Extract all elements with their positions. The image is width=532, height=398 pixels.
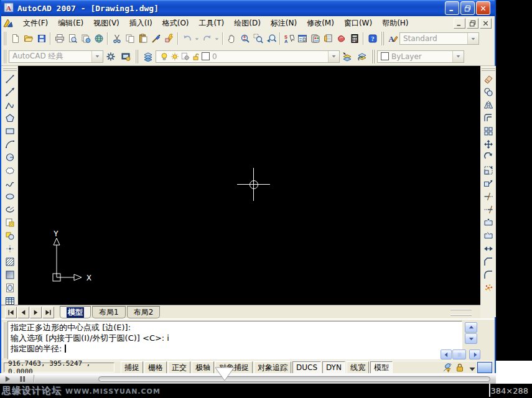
command-line-text[interactable]: 指定正多边形的中心点或 [边(E)]:输入选项 [内接于圆(I)/外切于圆(C)… bbox=[7, 321, 462, 359]
rectangle-button[interactable] bbox=[3, 124, 16, 137]
autocad-logo-icon[interactable] bbox=[3, 18, 14, 28]
make-block-button[interactable] bbox=[3, 229, 16, 242]
clean-screen-button[interactable] bbox=[477, 362, 492, 373]
hatch-button[interactable] bbox=[3, 255, 16, 268]
minimize-button[interactable] bbox=[445, 1, 459, 15]
layer-manager-button[interactable] bbox=[141, 50, 156, 63]
quickcalc-button[interactable] bbox=[348, 32, 361, 45]
revcloud-button[interactable] bbox=[3, 164, 16, 177]
menu-item-4[interactable]: 格式(O) bbox=[157, 17, 194, 30]
region-button[interactable] bbox=[3, 281, 16, 294]
command-window-grip[interactable] bbox=[2, 322, 6, 358]
text-style-button[interactable]: A bbox=[386, 32, 399, 45]
pause-button[interactable] bbox=[15, 375, 30, 383]
make-object-layer-current-button[interactable] bbox=[340, 50, 355, 63]
menu-item-9[interactable]: 窗口(W) bbox=[339, 17, 377, 30]
save-button[interactable] bbox=[35, 32, 48, 45]
last-tab-button[interactable] bbox=[42, 307, 54, 318]
insert-block-button[interactable] bbox=[3, 216, 16, 229]
layout-tab-1[interactable]: 布局1 bbox=[92, 306, 126, 318]
toolbar-grip[interactable] bbox=[3, 32, 6, 45]
zoom-realtime-button[interactable] bbox=[238, 32, 251, 45]
xline-button[interactable] bbox=[3, 85, 16, 98]
ellipse-button[interactable] bbox=[3, 190, 16, 203]
toolbar-grip[interactable] bbox=[371, 50, 375, 63]
line-button[interactable] bbox=[3, 72, 16, 85]
menu-item-8[interactable]: 修改(M) bbox=[302, 17, 339, 30]
publish-button[interactable] bbox=[79, 32, 92, 45]
toolpalettes-button[interactable] bbox=[309, 32, 322, 45]
status-toggle-模型[interactable]: 模型 bbox=[370, 361, 393, 374]
chevron-down-icon[interactable] bbox=[452, 51, 464, 62]
pan-button[interactable] bbox=[225, 32, 238, 45]
scroll-thumb[interactable] bbox=[452, 349, 466, 359]
drawing-canvas[interactable]: Y X bbox=[18, 66, 480, 305]
restore-button[interactable] bbox=[460, 1, 475, 15]
copy-object-button[interactable] bbox=[482, 85, 495, 98]
sheetset-button[interactable] bbox=[322, 32, 335, 45]
markup-button[interactable] bbox=[335, 32, 348, 45]
communication-center-icon[interactable] bbox=[442, 363, 452, 373]
ellipse-arc-button[interactable] bbox=[3, 203, 16, 216]
layer-previous-button[interactable] bbox=[355, 50, 370, 63]
cut-button[interactable] bbox=[110, 32, 123, 45]
menu-item-6[interactable]: 绘图(D) bbox=[229, 17, 266, 30]
toolbar-grip[interactable] bbox=[135, 50, 138, 63]
undo-button[interactable] bbox=[180, 32, 194, 45]
menu-item-3[interactable]: 插入(I) bbox=[124, 17, 157, 30]
extend-button[interactable] bbox=[482, 203, 495, 216]
break-point-button[interactable] bbox=[482, 216, 495, 229]
chamfer-button[interactable] bbox=[482, 255, 495, 268]
break-button[interactable] bbox=[482, 229, 495, 242]
new-button[interactable] bbox=[9, 32, 22, 45]
blockeditor-button[interactable] bbox=[162, 32, 175, 45]
trim-button[interactable] bbox=[482, 190, 495, 203]
dropdown-arrow-icon[interactable] bbox=[213, 32, 220, 45]
zoom-previous-button[interactable] bbox=[264, 32, 278, 45]
paste-button[interactable] bbox=[136, 32, 149, 45]
chevron-down-icon[interactable] bbox=[328, 51, 339, 62]
zoom-window-button[interactable] bbox=[251, 32, 264, 45]
mdi-restore-button[interactable] bbox=[467, 18, 478, 29]
layer-combo[interactable]: 0 bbox=[156, 50, 340, 63]
scroll-right-button[interactable] bbox=[469, 349, 480, 359]
redo-button[interactable] bbox=[200, 32, 213, 45]
preview-button[interactable] bbox=[66, 32, 79, 45]
layout-tab-0[interactable]: 模型 bbox=[60, 306, 91, 318]
dropdown-arrow-icon[interactable] bbox=[194, 32, 200, 45]
toolbar-grip[interactable] bbox=[3, 68, 17, 71]
status-toggle-对象追踪[interactable]: 对象追踪 bbox=[254, 361, 291, 374]
chevron-down-icon[interactable] bbox=[467, 33, 478, 44]
layer-on-bulb-icon[interactable] bbox=[159, 52, 169, 61]
text-style-combo[interactable]: Standard bbox=[399, 32, 479, 45]
status-toggle-极轴[interactable]: 极轴 bbox=[192, 361, 214, 374]
plot-button[interactable] bbox=[53, 32, 66, 45]
toolbar-grip[interactable] bbox=[482, 68, 495, 71]
erase-button[interactable] bbox=[482, 72, 495, 85]
scroll-up-button[interactable] bbox=[465, 322, 477, 333]
toolbar-grip[interactable] bbox=[381, 32, 384, 45]
properties-button[interactable]: SA bbox=[282, 32, 296, 45]
scroll-down-button[interactable] bbox=[465, 333, 477, 344]
menu-item-1[interactable]: 编辑(E) bbox=[53, 17, 88, 30]
arc-button[interactable] bbox=[3, 137, 16, 150]
polygon-button[interactable] bbox=[3, 111, 16, 124]
status-toggle-正交[interactable]: 正交 bbox=[168, 361, 190, 374]
menu-item-5[interactable]: 工具(T) bbox=[194, 17, 230, 30]
layout-tab-2[interactable]: 布局2 bbox=[127, 306, 161, 318]
move-button[interactable] bbox=[482, 137, 495, 150]
status-toggle-捕捉[interactable]: 捕捉 bbox=[121, 361, 143, 374]
close-button[interactable] bbox=[476, 1, 490, 15]
array-button[interactable] bbox=[482, 124, 495, 137]
mdi-minimize-button[interactable] bbox=[454, 18, 465, 29]
status-menu-arrow-icon[interactable] bbox=[467, 364, 475, 371]
menu-item-7[interactable]: 标注(N) bbox=[266, 17, 302, 30]
mdi-close-button[interactable] bbox=[480, 18, 492, 29]
offset-button[interactable] bbox=[482, 111, 495, 124]
mirror-button[interactable] bbox=[482, 98, 495, 111]
status-toggle-栅格[interactable]: 栅格 bbox=[144, 361, 167, 374]
status-toggle-线宽[interactable]: 线宽 bbox=[347, 361, 369, 374]
stretch-button[interactable] bbox=[482, 177, 495, 190]
prev-tab-button[interactable] bbox=[17, 307, 29, 318]
join-button[interactable] bbox=[482, 242, 495, 255]
